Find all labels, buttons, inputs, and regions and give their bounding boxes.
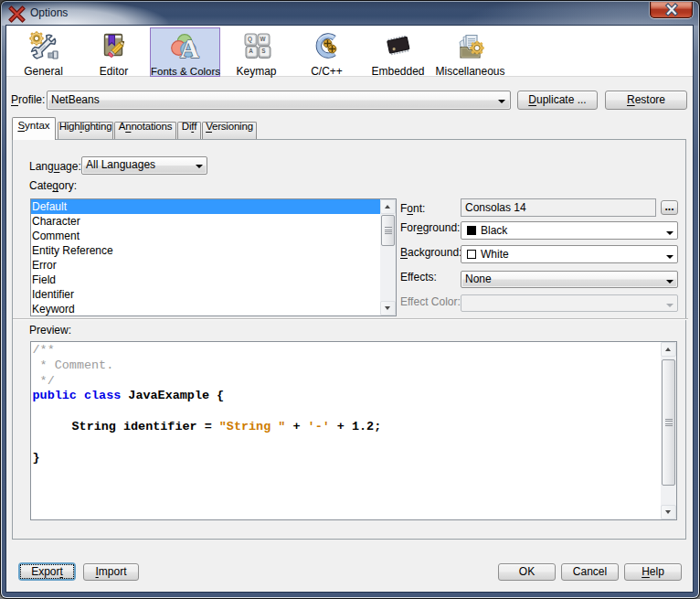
svg-text:A: A: [180, 34, 199, 62]
svg-text:Q: Q: [248, 36, 252, 43]
svg-text:A: A: [249, 48, 253, 54]
svg-text:W: W: [260, 36, 266, 42]
svg-text:S: S: [261, 48, 266, 54]
